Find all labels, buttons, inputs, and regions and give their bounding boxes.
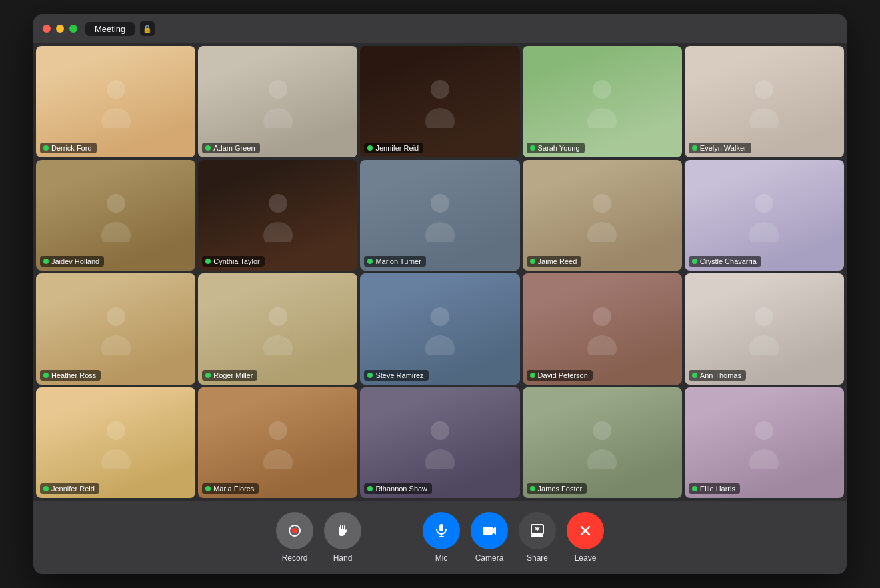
share-icon-circle xyxy=(519,512,556,549)
participant-name: Heather Ross xyxy=(51,371,96,379)
hand-button[interactable]: Hand xyxy=(324,512,361,563)
svg-point-10 xyxy=(107,194,125,213)
minimize-button[interactable] xyxy=(56,25,64,33)
video-cell-p13[interactable]: Steve Ramirez xyxy=(360,273,519,385)
video-cell-p15[interactable]: Ann Thomas xyxy=(685,273,844,385)
mic-status-icon xyxy=(43,373,49,378)
participant-name: Maria Flores xyxy=(213,485,254,493)
toolbar: Record Hand Mic xyxy=(33,501,847,574)
participant-name: Jennifer Reid xyxy=(51,485,95,493)
mic-status-icon xyxy=(692,145,697,151)
svg-point-34 xyxy=(431,421,449,440)
video-cell-p12[interactable]: Roger Miller xyxy=(198,273,357,385)
leave-label: Leave xyxy=(575,553,597,563)
camera-button[interactable]: Camera xyxy=(471,512,508,563)
participant-label-p10: Crystle Chavarria xyxy=(689,256,761,267)
svg-point-18 xyxy=(755,194,773,213)
camera-label: Camera xyxy=(475,553,504,563)
share-button[interactable]: Share xyxy=(519,512,556,563)
participant-name: Rihannon Shaw xyxy=(375,485,427,493)
video-cell-p8[interactable]: Marion Turner xyxy=(360,160,519,271)
video-cell-p16[interactable]: Jennifer Reid xyxy=(36,387,195,499)
participant-name: Roger Miller xyxy=(213,371,253,379)
close-button[interactable] xyxy=(43,25,51,33)
participant-name: Jaidev Holland xyxy=(51,257,99,265)
participant-label-p20: Ellie Harris xyxy=(689,483,740,494)
svg-point-21 xyxy=(101,335,131,355)
mic-status-icon xyxy=(367,486,373,491)
svg-point-30 xyxy=(107,421,125,440)
svg-rect-42 xyxy=(439,524,443,531)
mic-status-icon xyxy=(43,486,49,491)
participant-label-p6: Jaidev Holland xyxy=(40,256,104,267)
svg-point-19 xyxy=(749,222,779,242)
participant-label-p13: Steve Ramirez xyxy=(364,370,428,381)
svg-point-16 xyxy=(593,194,611,213)
svg-point-2 xyxy=(269,80,287,99)
participant-label-p3: Jennifer Reid xyxy=(364,143,423,153)
participant-label-p5: Evelyn Walker xyxy=(689,143,751,153)
maximize-button[interactable] xyxy=(69,25,77,33)
svg-point-32 xyxy=(269,421,287,440)
record-button[interactable]: Record xyxy=(276,512,313,563)
mic-status-icon xyxy=(530,373,535,378)
video-cell-p11[interactable]: Heather Ross xyxy=(36,273,195,385)
mic-status-icon xyxy=(367,145,373,151)
participant-label-p16: Jennifer Reid xyxy=(40,483,99,494)
participant-label-p7: Cynthia Taylor xyxy=(202,256,265,267)
svg-point-12 xyxy=(269,194,287,213)
svg-rect-45 xyxy=(483,527,493,535)
video-cell-p6[interactable]: Jaidev Holland xyxy=(36,160,195,271)
mic-status-icon xyxy=(692,486,697,491)
leave-button[interactable]: Leave xyxy=(567,512,604,563)
leave-icon-circle xyxy=(567,512,604,549)
participant-name: Cynthia Taylor xyxy=(213,257,260,265)
participant-name: Steve Ramirez xyxy=(375,371,423,379)
svg-point-7 xyxy=(587,108,617,128)
video-cell-p14[interactable]: David Peterson xyxy=(523,273,682,385)
participant-label-p17: Maria Flores xyxy=(202,483,259,494)
svg-point-5 xyxy=(425,108,455,128)
svg-point-14 xyxy=(431,194,449,213)
video-cell-p1[interactable]: Derrick Ford xyxy=(36,46,195,157)
video-cell-p9[interactable]: Jaime Reed xyxy=(523,160,682,271)
video-cell-p4[interactable]: Sarah Young xyxy=(523,46,682,157)
record-label: Record xyxy=(282,553,308,563)
video-cell-p18[interactable]: Rihannon Shaw xyxy=(360,387,519,499)
svg-point-33 xyxy=(263,449,293,469)
svg-point-11 xyxy=(101,222,131,242)
video-cell-p2[interactable]: Adam Green xyxy=(198,46,357,157)
video-call-window: Meeting 🔒 Derrick Ford Adam Green Jennif… xyxy=(33,14,847,574)
svg-point-36 xyxy=(593,421,611,440)
video-cell-p3[interactable]: Jennifer Reid xyxy=(360,46,519,157)
mic-status-icon xyxy=(205,145,211,151)
mic-status-icon xyxy=(205,486,211,491)
mic-label: Mic xyxy=(435,553,448,563)
svg-point-13 xyxy=(263,222,293,242)
participant-label-p11: Heather Ross xyxy=(40,370,101,381)
svg-point-8 xyxy=(755,80,773,99)
participant-name: Jennifer Reid xyxy=(375,144,419,152)
svg-point-38 xyxy=(755,421,773,440)
svg-point-20 xyxy=(107,307,125,326)
mic-status-icon xyxy=(692,259,697,264)
mic-status-icon xyxy=(205,373,211,378)
video-cell-p5[interactable]: Evelyn Walker xyxy=(685,46,844,157)
svg-point-3 xyxy=(263,108,293,128)
video-cell-p19[interactable]: James Foster xyxy=(523,387,682,499)
video-cell-p10[interactable]: Crystle Chavarria xyxy=(685,160,844,271)
participant-name: James Foster xyxy=(538,485,583,493)
mic-status-icon xyxy=(530,145,535,151)
svg-point-23 xyxy=(263,335,293,355)
participant-name: Adam Green xyxy=(213,144,255,152)
svg-point-0 xyxy=(107,80,125,99)
svg-point-39 xyxy=(749,449,779,469)
mic-button[interactable]: Mic xyxy=(423,512,460,563)
svg-point-37 xyxy=(587,449,617,469)
record-icon-circle xyxy=(276,512,313,549)
video-cell-p20[interactable]: Ellie Harris xyxy=(685,387,844,499)
svg-point-1 xyxy=(101,108,131,128)
video-cell-p7[interactable]: Cynthia Taylor xyxy=(198,160,357,271)
camera-icon-circle xyxy=(471,512,508,549)
video-cell-p17[interactable]: Maria Flores xyxy=(198,387,357,499)
